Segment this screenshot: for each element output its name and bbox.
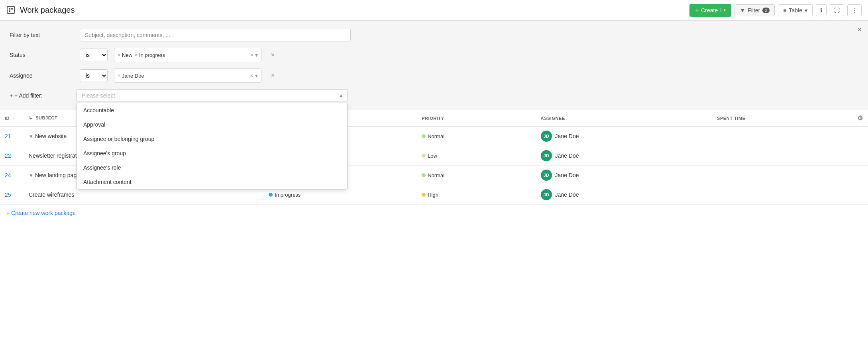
assignee-tag-x[interactable]: × [118, 73, 120, 78]
row-id-21[interactable]: 21 [0, 126, 24, 146]
subject-text: New website [35, 133, 67, 139]
table-label: Table [789, 7, 802, 14]
dropdown-item-assignees-group[interactable]: Assignee's group [77, 146, 347, 160]
filter-badge: 2 [762, 8, 770, 13]
avatar: JD [541, 170, 552, 181]
filter-text-input[interactable] [80, 29, 351, 41]
assignee-cell: JD Jane Doe [541, 170, 707, 181]
col-header-assignee: ASSIGNEE [536, 110, 712, 126]
page-header: Work packages + Create ▾ ▼ Filter 2 ≡ Ta… [0, 0, 868, 21]
status-tag-inprogress-x[interactable]: × [135, 52, 137, 58]
avatar: JD [541, 150, 552, 161]
subject-text: Create wireframes [29, 191, 74, 198]
sort-icon-id: ↑ [13, 116, 15, 121]
row-priority-24: Normal [417, 166, 536, 185]
status-tag-inprogress-label: In progress [139, 52, 165, 58]
status-dot [269, 193, 273, 197]
subject-text: New landing page [35, 172, 80, 178]
row-assignee-22: JD Jane Doe [536, 146, 712, 166]
status-text: In progress [275, 192, 300, 198]
status-operator-select[interactable]: is [80, 49, 108, 61]
create-caret-icon: ▾ [720, 8, 726, 12]
status-tag-new-label: New [122, 52, 132, 58]
assignee-name: Jane Doe [555, 133, 579, 139]
more-icon: ⋮ [852, 7, 857, 14]
status-tag-new-x[interactable]: × [118, 52, 120, 58]
priority-text: High [428, 192, 438, 198]
add-filter-input[interactable] [77, 89, 348, 102]
row-priority-22: Low [417, 146, 536, 166]
create-new-label: + Create new work package [6, 210, 76, 216]
col-header-settings: ⚙ [852, 110, 868, 126]
row-spent-time-21 [712, 126, 852, 146]
table-settings-icon[interactable]: ⚙ [857, 115, 863, 121]
col-header-id[interactable]: ID ↑ [0, 110, 24, 126]
add-filter-button[interactable]: + + Add filter: [10, 92, 73, 99]
status-tag-inprogress: × In progress [135, 52, 165, 58]
status-tag-new: × New [118, 52, 132, 58]
priority-dot [422, 154, 426, 158]
table-caret-icon: ▾ [805, 7, 807, 14]
row-priority-25: High [417, 185, 536, 205]
dropdown-item-assignees-role[interactable]: Assignee's role [77, 160, 347, 175]
dropdown-item-attachment-content[interactable]: Attachment content [77, 175, 347, 189]
filter-assignee-label: Assignee [10, 72, 73, 79]
title-area: Work packages [6, 6, 689, 15]
col-header-priority: PRIORITY [417, 110, 536, 126]
priority-text: Normal [428, 133, 444, 139]
fullscreen-button[interactable]: ⛶ [830, 4, 844, 16]
avatar: JD [541, 189, 552, 200]
filter-text-row: Filter by text [10, 29, 858, 41]
assignee-cell: JD Jane Doe [541, 131, 707, 142]
status-values-dropdown-icon[interactable]: ▾ [255, 52, 258, 58]
add-filter-input-wrap: ▲ Accountable Approval Assignee or belon… [77, 89, 348, 102]
table-icon: ≡ [783, 7, 786, 14]
status-values-box[interactable]: × New × In progress × ▾ [114, 48, 261, 62]
col-subject-prefix-icon: ↳ [29, 115, 33, 120]
filter-status-row: Status is × New × In progress × ▾ × [10, 48, 858, 62]
row-id-22[interactable]: 22 [0, 146, 24, 166]
dropdown-item-accountable[interactable]: Accountable [77, 103, 347, 117]
assignee-values-dropdown-icon[interactable]: ▾ [255, 72, 258, 79]
row-assignee-21: JD Jane Doe [536, 126, 712, 146]
status-badge: In progress [269, 192, 300, 198]
priority-dot [422, 173, 426, 177]
assignee-filter-remove[interactable]: × [271, 72, 275, 79]
priority-badge: Normal [422, 133, 444, 139]
add-filter-row: + + Add filter: ▲ Accountable Approval A… [10, 89, 858, 102]
svg-rect-2 [11, 8, 13, 10]
row-id-25[interactable]: 25 [0, 185, 24, 205]
create-button[interactable]: + Create ▾ [689, 4, 731, 17]
dropdown-item-approval[interactable]: Approval [77, 117, 347, 132]
row-priority-21: Normal [417, 126, 536, 146]
page-title: Work packages [20, 6, 75, 15]
add-filter-plus-icon: + [10, 92, 13, 99]
filter-button[interactable]: ▼ Filter 2 [734, 4, 775, 16]
priority-dot [422, 134, 426, 138]
filter-label: Filter [748, 7, 760, 14]
row-id-24[interactable]: 24 [0, 166, 24, 185]
assignee-name: Jane Doe [555, 152, 579, 159]
info-button[interactable]: ℹ [816, 4, 827, 16]
status-filter-remove[interactable]: × [271, 51, 275, 59]
assignee-values-clear-icon[interactable]: × [250, 72, 253, 79]
assignee-operator-select[interactable]: is [80, 69, 108, 82]
svg-rect-1 [9, 8, 10, 10]
assignee-cell: JD Jane Doe [541, 189, 707, 200]
row-spent-time-24 [712, 166, 852, 185]
priority-text: Normal [428, 172, 444, 178]
more-menu-button[interactable]: ⋮ [847, 4, 862, 16]
assignee-name: Jane Doe [555, 172, 579, 178]
row-gear-21 [852, 126, 868, 146]
expand-icon[interactable]: ▼ [29, 134, 33, 139]
add-filter-label: + Add filter: [14, 92, 42, 99]
create-new-work-package-link[interactable]: + Create new work package [6, 210, 76, 216]
table-view-button[interactable]: ≡ Table ▾ [778, 4, 813, 16]
assignee-values-box[interactable]: × Jane Doe × ▾ [114, 68, 261, 83]
create-label: Create [701, 7, 718, 14]
filter-close-button[interactable]: × [857, 25, 862, 34]
expand-icon[interactable]: ▼ [29, 173, 33, 178]
status-values-clear-icon[interactable]: × [250, 52, 253, 58]
dropdown-item-assignee-group[interactable]: Assignee or belonging group [77, 132, 347, 146]
row-gear-24 [852, 166, 868, 185]
